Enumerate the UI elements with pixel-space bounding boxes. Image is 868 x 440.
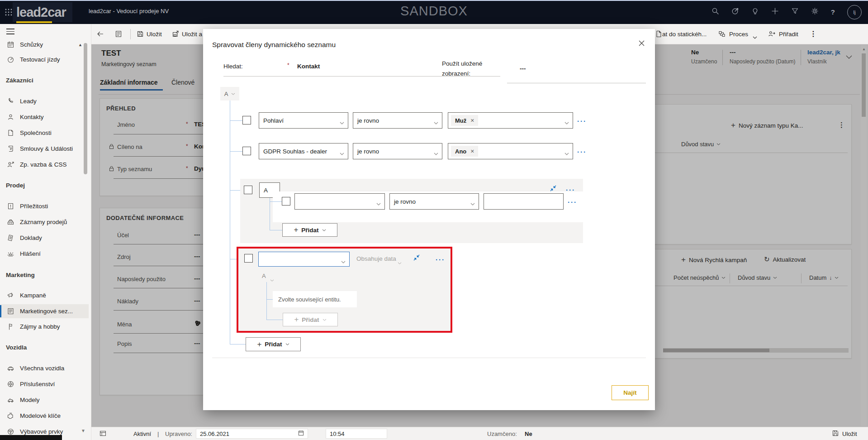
- plus-icon[interactable]: [771, 7, 779, 17]
- bottom-left-strip: [0, 435, 62, 440]
- row-checkbox[interactable]: [282, 197, 290, 206]
- value-combobox[interactable]: Muž ×: [448, 112, 573, 129]
- gear-icon[interactable]: [811, 7, 819, 17]
- process-chevron-icon[interactable]: [753, 33, 757, 41]
- footer-save-button[interactable]: Uložit: [842, 430, 857, 437]
- assign-button[interactable]: Přiřadit: [779, 31, 798, 38]
- field-select[interactable]: Pohlaví: [259, 112, 348, 129]
- modified-time-field[interactable]: 10:54: [326, 429, 387, 439]
- footer-divider: |: [157, 430, 159, 437]
- filter-icon[interactable]: [791, 7, 799, 17]
- operator-select[interactable]: je rovno: [353, 112, 442, 129]
- sidebar-item-testovaci-jizdy[interactable]: Testovací jízdy: [0, 53, 89, 67]
- search-icon[interactable]: [711, 7, 719, 17]
- app-title[interactable]: lead2car - Vedoucí prodeje NV: [89, 8, 169, 14]
- process-icon: [718, 30, 726, 39]
- sidebar-item-modelove-klice[interactable]: Modelové klíče: [0, 409, 89, 423]
- assign-icon: [768, 30, 775, 39]
- form-selector-icon[interactable]: [100, 430, 106, 439]
- sidebar-item-kampane[interactable]: Kampaně: [0, 288, 89, 302]
- calendar-icon[interactable]: [298, 430, 304, 437]
- group-more-options-icon[interactable]: ···: [436, 258, 445, 262]
- sidebar-item-smlouvy-udalosti[interactable]: Smlouvy & Události: [0, 142, 89, 156]
- chevron-down-icon: [470, 200, 475, 207]
- sidebar-item-zaznamy-prodeju[interactable]: Záznamy prodejů: [0, 215, 89, 229]
- search-entity-value[interactable]: Kontakt: [297, 63, 320, 70]
- root-operator-dropdown[interactable]: A: [220, 87, 239, 100]
- search-for-label: Hledat:: [223, 63, 243, 70]
- remove-chip-icon[interactable]: ×: [470, 117, 474, 124]
- sidebar-item-prilezitosti[interactable]: Příležitosti: [0, 199, 89, 213]
- save-button[interactable]: Uložit: [147, 31, 162, 38]
- avatar[interactable]: Ij: [847, 5, 862, 19]
- megaphone-icon: [7, 292, 14, 299]
- collapse-arrow-icon[interactable]: ▲: [78, 43, 82, 47]
- sidebar-scroll-down-icon[interactable]: ▼: [81, 428, 85, 433]
- form-list-icon[interactable]: [115, 30, 122, 39]
- row-more-options-icon[interactable]: ···: [577, 119, 587, 124]
- back-icon[interactable]: [97, 30, 104, 39]
- sidebar-scrollbar[interactable]: [84, 43, 87, 174]
- sidebar-item-prislusenstvi[interactable]: Příslušenství: [0, 377, 89, 391]
- contains-data-dropdown[interactable]: Obsahuje data: [356, 255, 396, 262]
- value-combobox[interactable]: Ano ×: [448, 143, 573, 159]
- collapse-group-icon[interactable]: [413, 254, 420, 263]
- sidebar-item-zpetna-vazba[interactable]: Zp. vazba & CSS: [0, 158, 89, 172]
- sidebar-item-kontakty[interactable]: Kontakty: [0, 110, 89, 124]
- group-checkbox[interactable]: [244, 186, 252, 194]
- sidebar-item-hlaseni[interactable]: Hlášení: [0, 247, 89, 261]
- chevron-down-icon: [340, 119, 344, 126]
- sidebar-item-vsechna-vozidla[interactable]: Všechna vozidla: [0, 361, 89, 375]
- sidebar-item-zajmy-a-hobby[interactable]: Zájmy a hobby: [0, 320, 89, 334]
- group-operator-dropdown[interactable]: A: [262, 273, 266, 279]
- locked-label: Uzamčeno:: [487, 430, 517, 437]
- more-commands-icon[interactable]: ⋮: [810, 29, 817, 38]
- chevron-down-icon: [270, 275, 274, 283]
- row-more-options-icon[interactable]: ···: [568, 200, 577, 205]
- sidebar-item-leady[interactable]: Leady: [0, 94, 89, 108]
- sidebar-item-schuzky[interactable]: Schůzky ▲: [0, 38, 89, 52]
- hamburger-menu-icon[interactable]: [6, 29, 14, 34]
- close-icon[interactable]: [636, 37, 647, 49]
- remove-chip-icon[interactable]: ×: [470, 148, 474, 155]
- saved-view-label: Použít uložené: [442, 60, 482, 67]
- related-entity-select[interactable]: [258, 252, 350, 267]
- help-icon[interactable]: ?: [831, 8, 835, 16]
- sidebar-item-spolecnosti[interactable]: Společnosti: [0, 126, 89, 140]
- marketing-list-icon: [7, 307, 14, 315]
- save-and-close-button[interactable]: Uložit a: [182, 31, 202, 38]
- filter-group: A ··· je rovno ··· + Přidat: [240, 179, 583, 243]
- row-checkbox[interactable]: [242, 147, 251, 155]
- find-button[interactable]: Najít: [612, 385, 649, 400]
- group-checkbox[interactable]: [244, 254, 253, 263]
- value-input-empty[interactable]: [484, 193, 564, 210]
- chevron-down-icon: [285, 343, 289, 345]
- lightbulb-icon[interactable]: [751, 7, 759, 17]
- target-check-icon[interactable]: [731, 7, 739, 17]
- engine-icon: [7, 412, 14, 420]
- row-checkbox[interactable]: [242, 116, 251, 124]
- waffle-menu-icon[interactable]: [5, 8, 13, 18]
- operator-select[interactable]: je rovno: [389, 193, 479, 210]
- locked-value: Ne: [525, 430, 532, 437]
- company-icon: [7, 129, 14, 137]
- record-status: Aktivní: [133, 430, 151, 437]
- field-select[interactable]: GDPR Souhlas - dealer: [259, 143, 348, 159]
- sidebar-item-doklady[interactable]: Doklady: [0, 231, 89, 245]
- operator-select[interactable]: je rovno: [353, 143, 442, 159]
- sidebar-header-vozidla: Vozidla: [6, 344, 27, 351]
- add-filter-button[interactable]: + Přidat: [246, 337, 301, 351]
- process-button[interactable]: Proces: [729, 31, 748, 38]
- group-add-button[interactable]: + Přidat: [282, 223, 337, 237]
- saved-view-value[interactable]: ---: [520, 65, 526, 72]
- command-divider: [130, 29, 131, 39]
- sidebar-header-marketing: Marketing: [6, 272, 35, 278]
- modified-date-field[interactable]: 25.06.2021: [196, 429, 308, 439]
- sidebar-item-modely[interactable]: Modely: [0, 393, 89, 407]
- siren-icon: [7, 250, 14, 258]
- field-select-empty[interactable]: [294, 193, 385, 210]
- copy-to-static-button[interactable]: at do statickéh...: [662, 31, 707, 38]
- sidebar-item-marketingove-seznamy[interactable]: Marketingové sez...: [0, 304, 89, 318]
- brand-logo[interactable]: lead2car: [13, 2, 72, 22]
- row-more-options-icon[interactable]: ···: [577, 150, 587, 154]
